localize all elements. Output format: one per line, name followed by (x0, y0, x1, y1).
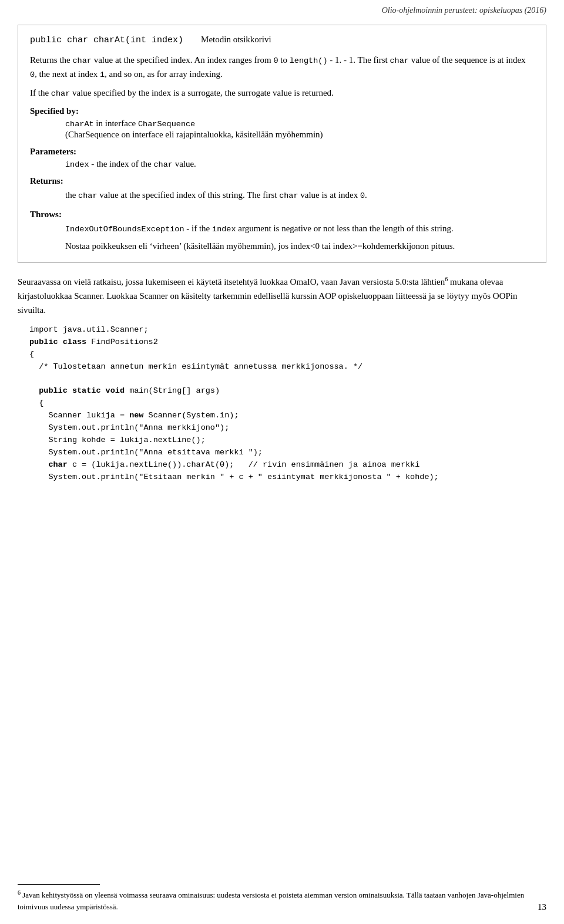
returns-detail: the char value at the specified index of… (65, 188, 534, 203)
parameters-label: Parameters: (30, 147, 76, 156)
footnote-ref: 6 (445, 276, 448, 282)
param-char-code: char (153, 160, 172, 169)
code-block: import java.util.Scanner; public class F… (29, 324, 546, 484)
param-index: index - the index of the char value. (65, 159, 534, 169)
returns-code2: char (279, 191, 298, 200)
method-desc1: Returns the char value at the specified … (30, 53, 534, 82)
returns-section: Returns: the char value at the specified… (30, 176, 534, 203)
throws-section: Throws: IndexOutOfBoundsException - if t… (30, 210, 534, 253)
specified-by-code: charAt (65, 120, 94, 129)
specified-by-label: Specified by: (30, 106, 79, 116)
method-signature: public char charAt(int index) (30, 35, 183, 45)
specified-by-note: (CharSequence on interface eli rajapinta… (65, 130, 534, 140)
specified-by-section: Specified by: charAt in interface CharSe… (30, 106, 534, 140)
throws-detail: IndexOutOfBoundsException - if the index… (65, 222, 534, 236)
returns-code: char (78, 191, 97, 200)
header-title: Olio-ohjelmoinnin perusteet: opiskeluopa… (382, 6, 546, 15)
inline-code: char (390, 56, 408, 65)
page-header: Olio-ohjelmoinnin perusteet: opiskeluopa… (0, 0, 564, 19)
page-number: 13 (538, 902, 546, 912)
inline-code: char (51, 89, 70, 98)
footnote-separator (18, 884, 100, 885)
code-import: import java.util.Scanner; public class F… (29, 325, 439, 481)
method-label: Metodin otsikkorivi (201, 35, 271, 45)
returns-code3: 0 (360, 191, 365, 200)
inline-code: 0 (273, 56, 278, 65)
inline-code: 0 (30, 70, 35, 79)
method-desc2: If the char value specified by the index… (30, 86, 534, 100)
parameters-section: Parameters: index - the index of the cha… (30, 147, 534, 169)
footnote-number: 6 (18, 889, 21, 896)
inline-code: 1 (100, 70, 105, 79)
footnote-text: 6 Javan kehitystyössä on yleensä voimass… (18, 888, 546, 912)
specified-by-detail: charAt in interface CharSequence (65, 119, 534, 129)
page-footer: 6 Javan kehitystyössä on yleensä voimass… (18, 884, 546, 912)
throws-label: Throws: (30, 210, 62, 219)
page-content: public char charAt(int index) Metodin ot… (0, 19, 564, 525)
method-box: public char charAt(int index) Metodin ot… (18, 25, 546, 263)
param-code: index (65, 160, 89, 169)
returns-label: Returns: (30, 176, 63, 186)
inline-code: char (73, 56, 92, 65)
throws-note: Nostaa poikkeuksen eli ‘virheen’ (käsite… (65, 240, 534, 253)
throws-index-code: index (212, 225, 236, 234)
main-paragraph1: Seuraavassa on vielä ratkaisu, jossa luk… (18, 275, 546, 317)
inline-code: length() (290, 56, 328, 65)
specified-by-iface: CharSequence (138, 120, 195, 129)
throws-exception-code: IndexOutOfBoundsException (65, 225, 184, 234)
